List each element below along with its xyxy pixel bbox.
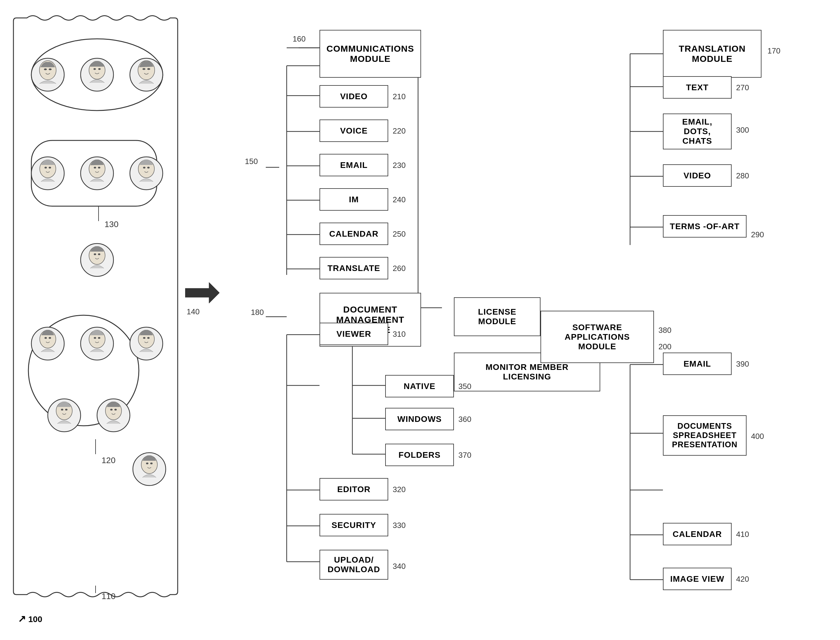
license-module-box: LICENSE MODULE (454, 297, 540, 336)
ref-400: 400 (751, 432, 764, 441)
ref-360: 360 (458, 415, 471, 424)
ref-220: 220 (393, 126, 406, 136)
ref-310: 310 (393, 330, 406, 339)
svg-point-33 (45, 337, 47, 339)
svg-point-46 (65, 409, 67, 411)
ref-210: 210 (393, 92, 406, 101)
upload-download-box: UPLOAD/ DOWNLOAD (319, 550, 388, 580)
ref-230: 230 (393, 161, 406, 170)
svg-point-25 (147, 167, 150, 168)
terms-of-art-box: TERMS -OF-ART (663, 215, 747, 238)
svg-point-34 (49, 337, 51, 339)
email-apps-box: EMAIL (663, 352, 731, 375)
video-right-box: VIDEO (663, 164, 731, 187)
ref-160: 160 (293, 34, 305, 44)
communications-module-box: COMMUNICATIONS MODULE (319, 30, 421, 78)
ref-260: 260 (393, 264, 406, 273)
translation-module-box: TRANSLATION MODULE (663, 30, 762, 78)
ref-200: 200 (658, 342, 671, 351)
svg-marker-61 (185, 282, 219, 303)
ref-240: 240 (393, 195, 406, 204)
svg-point-3 (44, 69, 47, 70)
voice-box: VOICE (319, 120, 388, 142)
ref-290: 290 (751, 230, 764, 239)
svg-point-20 (94, 167, 96, 168)
windows-box: WINDOWS (385, 408, 454, 430)
ref-420: 420 (736, 574, 749, 584)
svg-point-28 (94, 253, 96, 255)
ref-370: 370 (458, 451, 471, 460)
ref-390: 390 (736, 360, 749, 369)
svg-point-21 (98, 167, 100, 168)
svg-point-54 (150, 462, 153, 464)
security-box: SECURITY (319, 514, 388, 536)
calendar-box: CALENDAR (319, 222, 388, 245)
email-dots-chats-box: EMAIL, DOTS, CHATS (663, 114, 731, 149)
translate-box: TRANSLATE (319, 257, 388, 279)
svg-point-42 (147, 337, 150, 339)
device-panel: 130 120 110 (12, 12, 179, 600)
docs-spreadsheet-box: DOCUMENTS SPREADSHEET PRESENTATION (663, 415, 747, 456)
ref-180: 180 (251, 308, 263, 317)
svg-point-16 (45, 167, 47, 168)
email-box: EMAIL (319, 154, 388, 176)
ref-320: 320 (393, 485, 406, 494)
svg-text:110: 110 (102, 592, 115, 600)
calendar-apps-box: CALENDAR (663, 523, 731, 545)
im-box: IM (319, 188, 388, 211)
flowchart-panel: COMMUNICATIONS MODULE 160 150 VIDEO 210 … (227, 18, 818, 603)
ref-270: 270 (736, 83, 749, 92)
ref-340: 340 (393, 562, 406, 571)
svg-point-41 (143, 337, 145, 339)
device-svg: 130 120 110 (12, 12, 179, 600)
native-box: NATIVE (385, 375, 454, 397)
svg-text:130: 130 (104, 219, 118, 229)
ref-150: 150 (245, 157, 258, 166)
svg-text:120: 120 (102, 456, 115, 465)
svg-point-4 (49, 69, 52, 70)
svg-point-8 (98, 68, 101, 70)
figure-number: ↗ 100 (18, 613, 42, 624)
svg-point-37 (94, 337, 96, 339)
ref-300: 300 (736, 125, 749, 135)
text-box: TEXT (663, 76, 731, 99)
svg-point-12 (147, 68, 150, 70)
ref-170: 170 (767, 46, 780, 56)
ref-350: 350 (458, 382, 471, 391)
ref-380: 380 (658, 326, 671, 335)
folders-box: FOLDERS (385, 444, 454, 466)
svg-point-45 (61, 409, 63, 411)
viewer-box: VIEWER (319, 323, 388, 345)
image-view-box: IMAGE VIEW (663, 568, 731, 590)
ref-410: 410 (736, 530, 749, 539)
svg-point-24 (143, 167, 145, 168)
arrow-ref: 140 (187, 307, 200, 317)
svg-point-11 (142, 68, 145, 70)
svg-point-17 (49, 167, 51, 168)
ref-280: 280 (736, 171, 749, 181)
svg-point-7 (93, 68, 96, 70)
diagram: 130 120 110 140 (12, 12, 827, 627)
ref-250: 250 (393, 229, 406, 239)
software-apps-box: SOFTWARE APPLICATIONS MODULE (540, 311, 654, 363)
video-box: VIDEO (319, 85, 388, 107)
svg-point-53 (146, 462, 149, 464)
svg-point-29 (98, 253, 100, 255)
svg-point-50 (114, 409, 117, 411)
svg-point-38 (98, 337, 100, 339)
editor-box: EDITOR (319, 478, 388, 501)
ref-330: 330 (393, 521, 406, 530)
big-arrow: 140 (185, 281, 221, 306)
svg-point-49 (110, 409, 113, 411)
